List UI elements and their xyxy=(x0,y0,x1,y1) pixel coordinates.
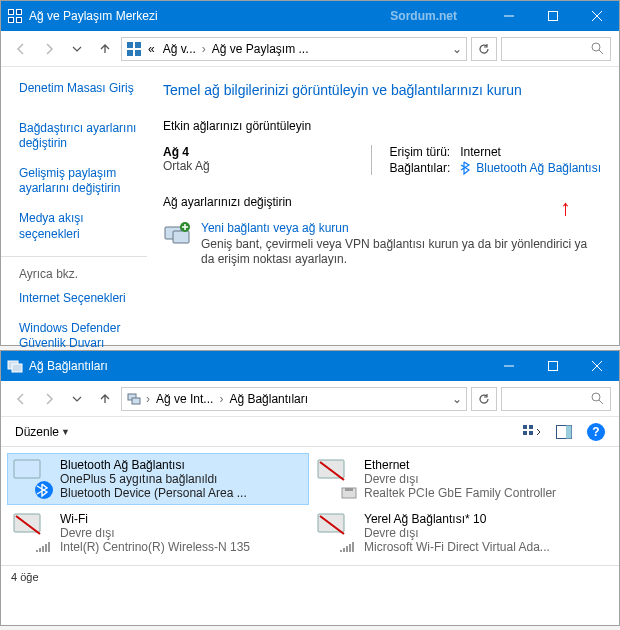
network-name: Ağ 4 xyxy=(163,145,341,159)
connections-label: Bağlantılar: xyxy=(390,161,451,175)
adapter-name: Wi-Fi xyxy=(60,512,250,526)
close-button[interactable] xyxy=(575,351,619,381)
svg-rect-0 xyxy=(549,12,558,21)
svg-rect-3 xyxy=(127,50,133,56)
back-button[interactable] xyxy=(9,37,33,61)
minimize-button[interactable] xyxy=(487,1,531,31)
refresh-button[interactable] xyxy=(471,37,497,61)
window-title: Ağ Bağlantıları xyxy=(29,359,487,373)
breadcrumb-item[interactable]: Ağ ve Int... xyxy=(154,392,215,406)
adapter-grid: Bluetooth Ağ Bağlantısı OnePlus 5 aygıtı… xyxy=(1,447,619,565)
svg-rect-13 xyxy=(132,398,140,404)
network-type: Ortak Ağ xyxy=(163,159,341,173)
sidebar: Denetim Masası Giriş Bağdaştırıcı ayarla… xyxy=(1,67,151,380)
breadcrumb[interactable]: « Ağ v... › Ağ ve Paylaşım ... ⌄ xyxy=(121,37,467,61)
help-icon: ? xyxy=(587,423,605,441)
svg-rect-2 xyxy=(135,42,141,48)
adapter-item[interactable]: Wi-Fi Devre dışı Intel(R) Centrino(R) Wi… xyxy=(7,507,309,559)
recent-button[interactable] xyxy=(65,37,89,61)
link-control-panel-home[interactable]: Denetim Masası Giriş xyxy=(19,81,147,97)
svg-rect-7 xyxy=(173,231,189,243)
link-advanced-sharing[interactable]: Gelişmiş paylaşım ayarlarını değiştirin xyxy=(19,166,147,197)
adapter-device: Realtek PCIe GbE Family Controller xyxy=(364,486,556,500)
breadcrumb-item[interactable]: Ağ Bağlantıları xyxy=(227,392,310,406)
bluetooth-icon xyxy=(460,161,472,175)
access-type-value: Internet xyxy=(460,145,601,159)
organize-label: Düzenle xyxy=(15,425,59,439)
view-mode-button[interactable] xyxy=(519,421,545,443)
watermark: Sordum.net xyxy=(390,9,457,23)
preview-pane-button[interactable] xyxy=(551,421,577,443)
svg-rect-15 xyxy=(523,425,527,429)
link-media-streaming[interactable]: Medya akışı seçenekleri xyxy=(19,211,147,242)
adapter-status: OnePlus 5 aygıtına bağlanıldı xyxy=(60,472,247,486)
task-new-connection: Yeni bağlantı veya ağ kurun Geniş bant, … xyxy=(163,221,601,268)
new-connection-icon xyxy=(163,221,191,249)
up-button[interactable] xyxy=(93,37,117,61)
svg-point-14 xyxy=(592,393,600,401)
maximize-button[interactable] xyxy=(531,351,575,381)
titlebar[interactable]: Ağ Bağlantıları xyxy=(1,351,619,381)
active-network: Ağ 4 Ortak Ağ Erişim türü: Internet Bağl… xyxy=(163,145,601,175)
maximize-button[interactable] xyxy=(531,1,575,31)
bt-adapter-icon xyxy=(12,458,54,500)
adapter-name: Ethernet xyxy=(364,458,556,472)
adapter-device: Bluetooth Device (Personal Area ... xyxy=(60,486,247,500)
status-bar: 4 öğe xyxy=(1,565,619,587)
toolbar: Düzenle ▼ ? xyxy=(1,417,619,447)
chevron-down-icon: ▼ xyxy=(61,427,70,437)
link-internet-options[interactable]: Internet Seçenekleri xyxy=(19,291,147,307)
forward-button[interactable] xyxy=(37,387,61,411)
svg-rect-11 xyxy=(549,362,558,371)
back-button[interactable] xyxy=(9,387,33,411)
help-button[interactable]: ? xyxy=(583,421,609,443)
svg-point-5 xyxy=(592,43,600,51)
titlebar[interactable]: Ağ ve Paylaşım Merkezi Sordum.net xyxy=(1,1,619,31)
up-button[interactable] xyxy=(93,387,117,411)
see-also-label: Ayrıca bkz. xyxy=(19,267,147,281)
svg-rect-21 xyxy=(14,460,40,478)
breadcrumb-item[interactable]: Ağ v... xyxy=(161,42,198,56)
link-change-adapter[interactable]: Bağdaştırıcı ayarlarını değiştirin xyxy=(19,121,147,152)
page-heading: Temel ağ bilgilerinizi görüntüleyin ve b… xyxy=(163,81,601,101)
chevron-down-icon[interactable]: ⌄ xyxy=(452,42,462,56)
svg-rect-4 xyxy=(135,50,141,56)
breadcrumb[interactable]: › Ağ ve Int... › Ağ Bağlantıları ⌄ xyxy=(121,387,467,411)
active-networks-label: Etkin ağlarınızı görüntüleyin xyxy=(163,119,601,133)
adapter-device: Microsoft Wi-Fi Direct Virtual Ada... xyxy=(364,540,550,554)
item-count: 4 öğe xyxy=(11,571,39,583)
svg-rect-10 xyxy=(12,364,22,372)
new-connection-link[interactable]: Yeni bağlantı veya ağ kurun xyxy=(201,221,349,235)
breadcrumb-pre[interactable]: « xyxy=(146,42,157,56)
recent-button[interactable] xyxy=(65,387,89,411)
svg-rect-1 xyxy=(127,42,133,48)
svg-rect-16 xyxy=(529,425,533,429)
adapter-item[interactable]: Yerel Ağ Bağlantısı* 10 Devre dışı Micro… xyxy=(311,507,613,559)
access-type-label: Erişim türü: xyxy=(390,145,451,159)
address-bar: « Ağ v... › Ağ ve Paylaşım ... ⌄ xyxy=(1,31,619,67)
window-title: Ağ ve Paylaşım Merkezi xyxy=(29,9,390,23)
breadcrumb-item[interactable]: Ağ ve Paylaşım ... xyxy=(210,42,311,56)
window-network-center: Ağ ve Paylaşım Merkezi Sordum.net « Ağ v… xyxy=(0,0,620,346)
organize-menu[interactable]: Düzenle ▼ xyxy=(11,423,74,441)
minimize-button[interactable] xyxy=(487,351,531,381)
close-button[interactable] xyxy=(575,1,619,31)
window-buttons xyxy=(487,351,619,381)
main-panel: Temel ağ bilgilerinizi görüntüleyin ve b… xyxy=(151,67,619,380)
search-input[interactable] xyxy=(501,387,611,411)
svg-rect-18 xyxy=(529,431,533,435)
search-input[interactable] xyxy=(501,37,611,61)
connection-link[interactable]: Bluetooth Ağ Bağlantısı xyxy=(476,161,601,175)
forward-button[interactable] xyxy=(37,37,61,61)
change-settings-label: Ağ ayarlarınızı değiştirin xyxy=(163,195,601,209)
link-windows-defender-firewall[interactable]: Windows Defender Güvenlik Duvarı xyxy=(19,321,147,352)
content-area: Denetim Masası Giriş Bağdaştırıcı ayarla… xyxy=(1,67,619,380)
adapter-item[interactable]: Ethernet Devre dışı Realtek PCIe GbE Fam… xyxy=(311,453,613,505)
refresh-button[interactable] xyxy=(471,387,497,411)
eth-adapter-icon xyxy=(316,458,358,500)
chevron-down-icon[interactable]: ⌄ xyxy=(452,392,462,406)
control-panel-icon xyxy=(7,8,23,24)
adapter-status: Devre dışı xyxy=(364,472,556,486)
window-network-connections: Ağ Bağlantıları › Ağ ve Int... › Ağ Bağl… xyxy=(0,350,620,626)
adapter-item[interactable]: Bluetooth Ağ Bağlantısı OnePlus 5 aygıtı… xyxy=(7,453,309,505)
